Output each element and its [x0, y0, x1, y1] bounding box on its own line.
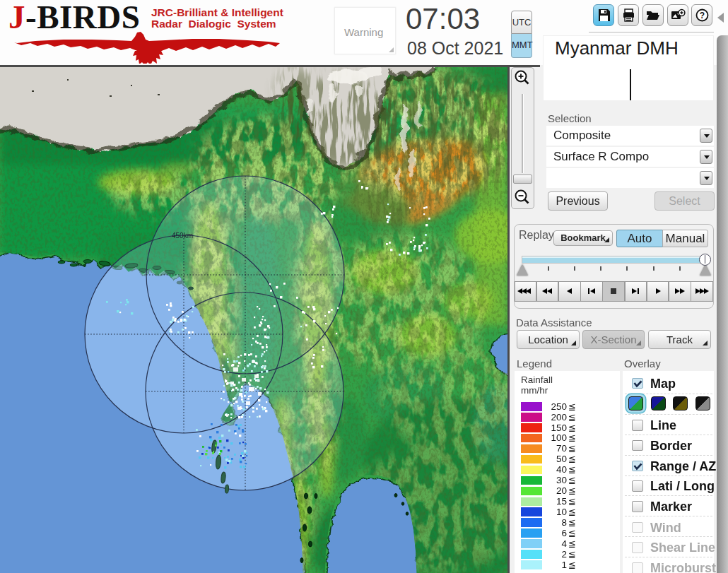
svg-text:?: ?	[699, 11, 704, 20]
svg-text:450km: 450km	[172, 232, 193, 240]
